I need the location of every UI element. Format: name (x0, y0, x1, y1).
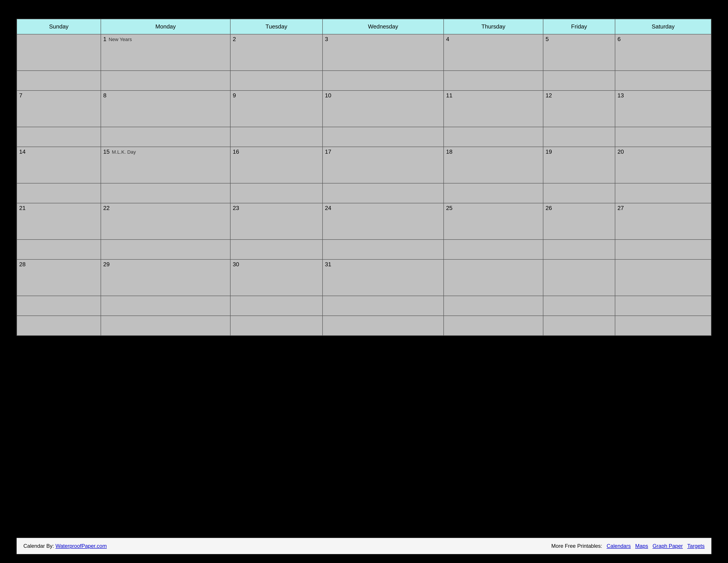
day-cell-1-5: 12 (543, 90, 615, 127)
day-cell-0-4: 4 (444, 34, 543, 71)
day-cell-1-2: 9 (230, 90, 323, 127)
extra-row-1 (17, 127, 711, 147)
extra-cell-final-3 (323, 316, 444, 336)
day-number: 16 (233, 148, 239, 155)
extra-cell-3-4 (444, 239, 543, 259)
day-number: 28 (19, 261, 26, 268)
day-cell-3-0: 21 (17, 203, 101, 239)
day-number: 13 (617, 92, 624, 99)
header-wednesday: Wednesday (323, 19, 444, 34)
day-cell-1-1: 8 (101, 90, 230, 127)
extra-cell-3-1 (101, 239, 230, 259)
header-thursday: Thursday (444, 19, 543, 34)
extra-cell-1-1 (101, 127, 230, 147)
extra-cell-1-2 (230, 127, 323, 147)
day-cell-1-6: 13 (615, 90, 711, 127)
day-cell-0-3: 3 (323, 34, 444, 71)
week-row-2: 1415M.L.K. Day1617181920 (17, 147, 711, 183)
day-number: 14 (19, 148, 26, 155)
day-cell-3-3: 24 (323, 203, 444, 239)
day-cell-0-5: 5 (543, 34, 615, 71)
day-cell-2-1: 15M.L.K. Day (101, 147, 230, 183)
day-number: 29 (103, 261, 110, 268)
holiday-label: New Years (109, 37, 132, 42)
day-cell-2-3: 17 (323, 147, 444, 183)
footer-calendars-link[interactable]: Calendars (607, 543, 631, 549)
week-row-4: 28293031 (17, 259, 711, 296)
extra-cell-0-4 (444, 71, 543, 90)
day-cell-4-1: 29 (101, 259, 230, 296)
footer-printables-text: More Free Printables: (551, 543, 602, 549)
footer-left: Calendar By: WaterproofPaper.com (23, 543, 107, 549)
extra-cell-4-2 (230, 296, 323, 316)
extra-cell-3-0 (17, 239, 101, 259)
extra-cell-0-6 (615, 71, 711, 90)
footer-targets-link[interactable]: Targets (687, 543, 705, 549)
extra-cell-4-0 (17, 296, 101, 316)
day-cell-2-5: 19 (543, 147, 615, 183)
extra-cell-4-5 (543, 296, 615, 316)
extra-row-3 (17, 239, 711, 259)
day-number: 6 (617, 36, 621, 43)
extra-cell-0-3 (323, 71, 444, 90)
extra-cell-3-6 (615, 239, 711, 259)
day-number: 31 (325, 261, 331, 268)
day-number: 21 (19, 205, 26, 211)
header-monday: Monday (101, 19, 230, 34)
footer-graphpaper-link[interactable]: Graph Paper (653, 543, 683, 549)
extra-cell-2-1 (101, 183, 230, 203)
day-cell-1-4: 11 (444, 90, 543, 127)
header-friday: Friday (543, 19, 615, 34)
week-row-0: 1New Years23456 (17, 34, 711, 71)
extra-cell-2-6 (615, 183, 711, 203)
day-cell-4-2: 30 (230, 259, 323, 296)
day-cell-1-0: 7 (17, 90, 101, 127)
day-number: 7 (19, 92, 22, 99)
extra-cell-0-2 (230, 71, 323, 90)
day-cell-4-3: 31 (323, 259, 444, 296)
footer-bar: Calendar By: WaterproofPaper.com More Fr… (17, 538, 711, 554)
day-cell-0-2: 2 (230, 34, 323, 71)
extra-cell-2-2 (230, 183, 323, 203)
day-number: 18 (446, 148, 452, 155)
extra-cell-2-5 (543, 183, 615, 203)
extra-cell-3-3 (323, 239, 444, 259)
day-number: 11 (446, 92, 452, 99)
header-sunday: Sunday (17, 19, 101, 34)
footer-site-link[interactable]: WaterproofPaper.com (55, 543, 107, 549)
day-cell-0-1: 1New Years (101, 34, 230, 71)
day-cell-2-0: 14 (17, 147, 101, 183)
day-number: 23 (233, 205, 239, 211)
day-number: 19 (546, 148, 552, 155)
day-number: 10 (325, 92, 331, 99)
day-number: 12 (546, 92, 552, 99)
extra-cell-0-0 (17, 71, 101, 90)
day-cell-3-6: 27 (615, 203, 711, 239)
day-cell-2-6: 20 (615, 147, 711, 183)
day-number: 22 (103, 205, 110, 211)
extra-cell-1-0 (17, 127, 101, 147)
day-cell-4-6 (615, 259, 711, 296)
extra-cell-2-0 (17, 183, 101, 203)
extra-cell-3-2 (230, 239, 323, 259)
day-number: 25 (446, 205, 452, 211)
day-number: 1 (103, 36, 106, 43)
extra-row-4 (17, 296, 711, 316)
day-number: 26 (546, 205, 552, 211)
extra-cell-3-5 (543, 239, 615, 259)
extra-row-2 (17, 183, 711, 203)
extra-cell-final-5 (543, 316, 615, 336)
extra-cell-1-6 (615, 127, 711, 147)
extra-cell-final-1 (101, 316, 230, 336)
footer-maps-link[interactable]: Maps (635, 543, 648, 549)
extra-cell-0-1 (101, 71, 230, 90)
day-number: 24 (325, 205, 331, 211)
header-tuesday: Tuesday (230, 19, 323, 34)
week-row-3: 21222324252627 (17, 203, 711, 239)
day-number: 8 (103, 92, 106, 99)
day-number: 3 (325, 36, 328, 43)
day-number: 15 (103, 148, 110, 155)
extra-cell-1-5 (543, 127, 615, 147)
day-cell-3-1: 22 (101, 203, 230, 239)
week-row-1: 78910111213 (17, 90, 711, 127)
